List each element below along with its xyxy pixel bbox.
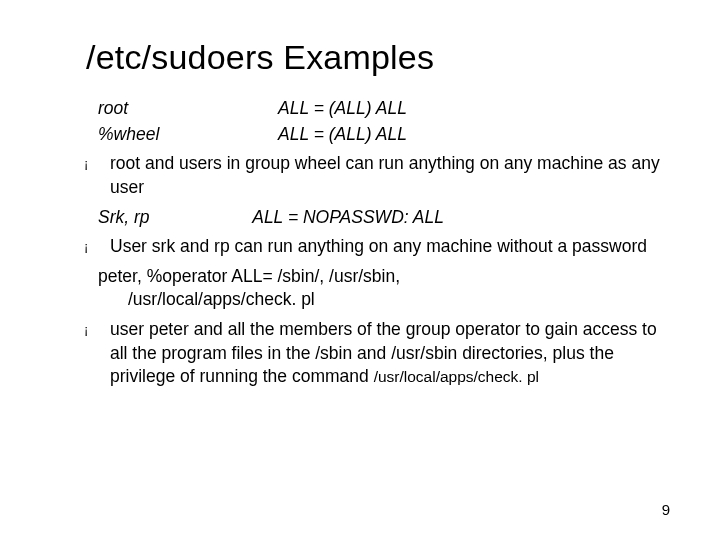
rule-line-1: peter, %operator ALL= /sbin/, /usr/sbin,: [98, 265, 670, 289]
sudoers-rule-root: root ALL = (ALL) ALL: [98, 97, 670, 121]
bullet-text: root and users in group wheel can run an…: [110, 152, 670, 199]
rule-spec: ALL = NOPASSWD: ALL: [252, 207, 444, 227]
bullet-text: User srk and rp can run anything on any …: [110, 235, 670, 259]
bullet-text: user peter and all the members of the gr…: [110, 318, 670, 389]
bullet-marker-icon: ¡: [84, 152, 110, 199]
sudoers-rule-peter: peter, %operator ALL= /sbin/, /usr/sbin,…: [98, 265, 670, 312]
sudoers-rule-srk-rp: Srk, rp ALL = NOPASSWD: ALL: [98, 206, 670, 230]
rule-spec: ALL = (ALL) ALL: [278, 97, 670, 121]
bullet-marker-icon: ¡: [84, 318, 110, 389]
rule-who: Srk, rp: [98, 206, 248, 230]
page-number: 9: [662, 501, 670, 518]
bullet-marker-icon: ¡: [84, 235, 110, 259]
bullet-item: ¡ root and users in group wheel can run …: [84, 152, 670, 199]
bullet-item: ¡ user peter and all the members of the …: [84, 318, 670, 389]
slide: /etc/sudoers Examples root ALL = (ALL) A…: [0, 0, 720, 540]
bullet-item: ¡ User srk and rp can run anything on an…: [84, 235, 670, 259]
rule-who: %wheel: [98, 123, 278, 147]
sudoers-rule-wheel: %wheel ALL = (ALL) ALL: [98, 123, 670, 147]
slide-title: /etc/sudoers Examples: [86, 38, 670, 77]
slide-body: root ALL = (ALL) ALL %wheel ALL = (ALL) …: [80, 97, 670, 389]
rule-line-2: /usr/local/apps/check. pl: [128, 288, 670, 312]
rule-spec: ALL = (ALL) ALL: [278, 123, 670, 147]
rule-who: root: [98, 97, 278, 121]
bullet-text-path: /usr/local/apps/check. pl: [374, 368, 539, 385]
